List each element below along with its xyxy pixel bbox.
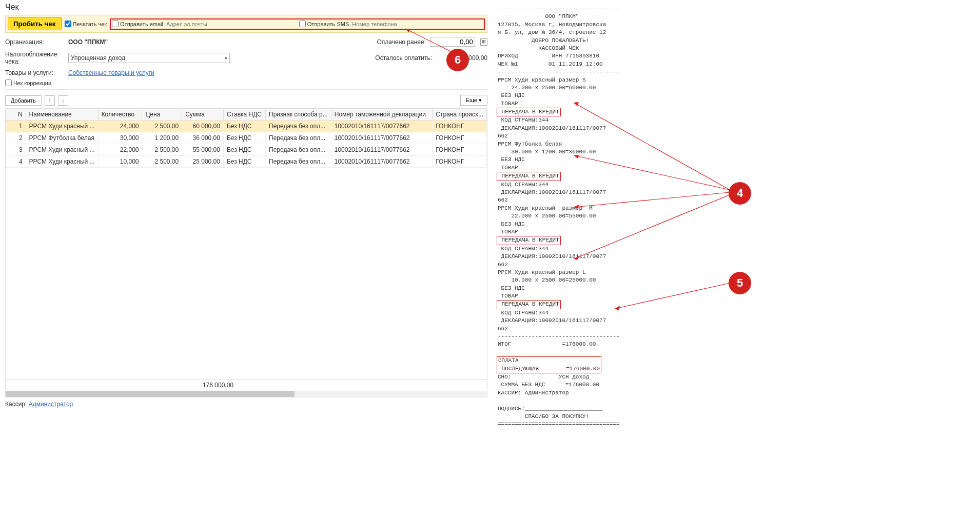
org-value: ООО "ППКМ" (68, 38, 108, 46)
callout-4: 4 (729, 182, 751, 205)
tax-select[interactable]: Упрощенная доход ▾ (68, 53, 230, 63)
send-email-option[interactable]: Отправить email (112, 21, 163, 27)
paid-input[interactable] (430, 37, 475, 47)
tax-value: Упрощенная доход (71, 54, 125, 62)
probit-check-button[interactable]: Пробить чек (8, 17, 62, 30)
cashier-row: Кассир: Администратор (5, 401, 487, 408)
table-toolbar: Добавить ↑ ↓ Еще ▾ (5, 95, 487, 106)
left-to-pay-label: Осталось оплатить: (375, 54, 432, 62)
col-decl[interactable]: Номер таможенной декларации (331, 109, 433, 121)
col-sum[interactable]: Сумма (182, 109, 224, 121)
print-check-option[interactable]: Печатать чек (65, 21, 107, 27)
tax-row: Налогообложение чека: Упрощенная доход ▾… (5, 51, 487, 65)
col-vat[interactable]: Ставка НДС (223, 109, 265, 121)
col-qty[interactable]: Количество (98, 109, 142, 121)
col-price[interactable]: Цена (142, 109, 182, 121)
cashier-link[interactable]: Администратор (29, 401, 73, 408)
tax-label: Налогообложение чека: (5, 51, 64, 65)
check-correction-checkbox[interactable] (5, 79, 12, 86)
col-country[interactable]: Страна происх... (433, 109, 487, 121)
toolbar: Пробить чек Печатать чек Отправить email… (5, 15, 487, 33)
org-label: Организация: (5, 38, 64, 46)
col-method[interactable]: Признак способа р... (266, 109, 331, 121)
sms-input[interactable] (351, 21, 483, 28)
page-title: Чек (5, 3, 487, 12)
org-row: Организация: ООО "ППКМ" Оплачено ранее: … (5, 37, 487, 47)
footer-total: 176 000,00 (8, 382, 233, 389)
items-grid: N Наименование Количество Цена Сумма Ста… (6, 108, 487, 168)
chevron-down-icon: ▾ (225, 55, 227, 61)
table-row[interactable]: 1РРСМ Худи красный ...24,0002 500,0060 0… (6, 121, 487, 132)
check-correction-label: Чек коррекции (13, 80, 51, 86)
send-group: Отправить email Отправить SMS (110, 18, 485, 30)
send-sms-label: Отправить SMS (307, 21, 349, 27)
print-check-checkbox[interactable] (65, 21, 71, 27)
print-check-label: Печатать чек (73, 21, 107, 27)
horizontal-scrollbar[interactable] (6, 391, 487, 397)
callout-6: 6 (446, 49, 469, 71)
goods-label: Товары и услуги: (5, 69, 64, 76)
table-footer: 176 000,00 (6, 379, 487, 391)
move-down-button[interactable]: ↓ (58, 95, 68, 106)
send-email-label: Отправить email (120, 21, 163, 27)
callout-5: 5 (729, 272, 751, 294)
more-button[interactable]: Еще ▾ (460, 95, 487, 106)
col-name[interactable]: Наименование (26, 109, 98, 121)
table-row[interactable]: 3РРСМ Худи красный ...22,0002 500,0055 0… (6, 144, 487, 156)
send-sms-checkbox[interactable] (299, 21, 306, 27)
goods-link[interactable]: Собственные товары и услуги (68, 69, 154, 76)
goods-row: Товары и услуги: Собственные товары и ус… (5, 69, 487, 76)
col-n[interactable]: N (6, 109, 26, 121)
table-row[interactable]: 2РРСМ Футболка белая30,0001 200,0036 000… (6, 132, 487, 144)
send-email-checkbox[interactable] (112, 21, 119, 27)
items-table: N Наименование Количество Цена Сумма Ста… (5, 108, 487, 397)
cashier-label: Кассир: (5, 401, 27, 408)
paid-label: Оплачено ранее: (377, 38, 426, 46)
add-button[interactable]: Добавить (5, 95, 42, 106)
calc-icon[interactable]: ⊞ (480, 38, 487, 46)
receipt-preview: ------------------------------------ ООО… (493, 0, 770, 410)
check-correction-option[interactable]: Чек коррекции (5, 79, 487, 86)
email-input[interactable] (165, 21, 297, 28)
table-row[interactable]: 4РРСМ Худи красный ...10,0002 500,0025 0… (6, 156, 487, 168)
move-up-button[interactable]: ↑ (45, 95, 55, 106)
send-sms-option[interactable]: Отправить SMS (299, 21, 349, 27)
